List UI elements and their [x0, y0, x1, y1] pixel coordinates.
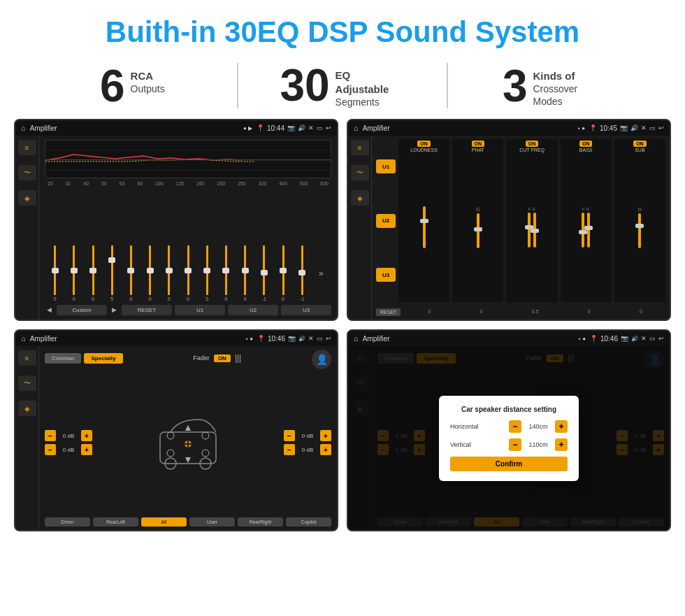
db-plus-4[interactable]: + — [320, 444, 331, 455]
stat-rca-label: RCA Outputs — [131, 64, 165, 96]
eq-slider-8[interactable]: 0 — [199, 245, 216, 301]
eq-slider-2[interactable]: 0 — [84, 245, 101, 301]
user-btn[interactable]: User — [189, 517, 235, 527]
camera-icon-2: 📷 — [620, 124, 628, 131]
specialty-tab[interactable]: Specialty — [84, 353, 122, 364]
crossover-panels: ON LOUDNESS ON PHAT — [398, 139, 665, 302]
window-icon-2: ▭ — [649, 124, 656, 131]
wave-btn-2[interactable]: 〜 — [351, 165, 369, 180]
speaker-btn[interactable]: ◈ — [18, 190, 36, 206]
fader-left-controls: − 0 dB + − 0 dB + — [45, 371, 92, 514]
db-minus-4[interactable]: − — [284, 444, 295, 455]
driver-btn[interactable]: Driver — [45, 517, 90, 527]
fader-on[interactable]: ON — [214, 354, 231, 362]
db-minus-2[interactable]: − — [45, 444, 56, 455]
stat-crossover-label: Kinds of Crossover Modes — [533, 64, 603, 108]
status-icons-1: 📍 10:44 📷 🔊 ✕ ▭ ↩ — [257, 124, 331, 132]
vertical-plus[interactable]: + — [555, 438, 568, 451]
location-icon-4: 📍 — [590, 335, 598, 342]
db-value-1: 0 dB — [59, 433, 78, 439]
rearright-btn[interactable]: RearRight — [238, 517, 283, 527]
fader-bottom-row: Driver RearLeft All User RearRight Copil… — [45, 517, 331, 527]
cutfreq-on[interactable]: ON — [526, 141, 539, 147]
eq-btn-3[interactable]: ≡ — [18, 350, 36, 366]
bass-slider-g[interactable] — [587, 213, 590, 248]
db-plus-1[interactable]: + — [81, 430, 92, 441]
phat-on[interactable]: ON — [472, 141, 485, 147]
copilot-btn[interactable]: Copilot — [286, 517, 331, 527]
loudness-on[interactable]: ON — [417, 141, 431, 147]
eq-slider-14[interactable]: » — [312, 245, 330, 301]
home-icon[interactable]: ⌂ — [21, 124, 26, 132]
horizontal-plus[interactable]: + — [555, 420, 568, 433]
eq-slider-7[interactable]: 0 — [179, 245, 196, 301]
eq-slider-5[interactable]: 0 — [141, 245, 159, 301]
db-plus-2[interactable]: + — [81, 444, 92, 455]
eq-slider-0[interactable]: 0 — [46, 245, 64, 301]
custom-btn[interactable]: Custom — [57, 305, 107, 315]
bass-slider-f[interactable] — [582, 213, 584, 248]
eq-slider-11[interactable]: -1 — [255, 245, 273, 301]
eq-slider-10[interactable]: 0 — [236, 245, 254, 301]
common-tab[interactable]: Common — [45, 353, 81, 364]
vertical-label: Vertical — [450, 441, 471, 448]
dot-icon-4: ▪ ● — [579, 336, 586, 342]
u3-btn[interactable]: U3 — [376, 268, 396, 282]
vertical-minus[interactable]: − — [509, 438, 521, 451]
eq-slider-9[interactable]: 0 — [217, 245, 235, 301]
time-3: 10:46 — [268, 335, 285, 343]
loudness-slider[interactable] — [423, 206, 426, 248]
home-icon-4[interactable]: ⌂ — [354, 334, 359, 343]
cutfreq-slider-g[interactable] — [533, 213, 536, 248]
confirm-button[interactable]: Confirm — [450, 457, 568, 471]
db-minus-3[interactable]: − — [284, 430, 295, 441]
back-icon-3: ↩ — [326, 335, 331, 342]
db-minus-1[interactable]: − — [45, 430, 56, 441]
rearleft-btn[interactable]: RearLeft — [93, 517, 138, 527]
db-plus-3[interactable]: + — [320, 430, 331, 441]
home-icon-2[interactable]: ⌂ — [354, 124, 359, 132]
phat-slider[interactable] — [477, 213, 480, 248]
left-sidebar-3: ≡ 〜 ◈ — [15, 346, 39, 530]
volume-icon-4: 🔊 — [631, 336, 638, 342]
reset-btn-2[interactable]: RESET — [376, 308, 401, 316]
svg-marker-13 — [185, 425, 191, 431]
u2-btn[interactable]: U2 — [376, 214, 396, 228]
bass-on[interactable]: ON — [579, 141, 593, 147]
eq-slider-12[interactable]: 0 — [274, 245, 291, 301]
db-control-4: − 0 dB + — [284, 444, 331, 455]
eq-slider-6[interactable]: 0 — [160, 245, 178, 301]
wave-btn-3[interactable]: 〜 — [18, 375, 36, 391]
fader-header: Fader ON ||| — [193, 353, 241, 363]
eq-slider-13[interactable]: -1 — [294, 245, 311, 301]
svg-marker-14 — [185, 457, 191, 463]
u1-btn[interactable]: U1 — [376, 159, 396, 173]
sub-on[interactable]: ON — [633, 141, 647, 147]
eq-slider-4[interactable]: 0 — [122, 245, 140, 301]
horizontal-minus[interactable]: − — [509, 420, 521, 433]
eq-btn-2[interactable]: ≡ — [351, 140, 369, 155]
speaker-btn-2[interactable]: ◈ — [351, 190, 369, 206]
home-icon-3[interactable]: ⌂ — [21, 334, 26, 343]
u3-btn-1[interactable]: U3 — [281, 305, 331, 315]
reset-btn-1[interactable]: RESET — [122, 305, 172, 315]
eq-slider-1[interactable]: 0 — [65, 245, 82, 301]
status-bar-1: ⌂ Amplifier ● ▶ 📍 10:44 📷 🔊 ✕ ▭ ↩ — [15, 120, 337, 136]
next-arrow[interactable]: ▶ — [110, 304, 119, 315]
close-icon-2: ✕ — [641, 124, 647, 131]
u2-btn-1[interactable]: U2 — [228, 305, 278, 315]
eq-main: 2532405063 80100125160200 25032040050063… — [39, 136, 337, 320]
wave-btn[interactable]: 〜 — [18, 165, 36, 180]
eq-btn[interactable]: ≡ — [18, 140, 36, 155]
db-control-1: − 0 dB + — [45, 430, 92, 441]
stat-rca-number: 6 — [100, 64, 125, 108]
status-bar-4: ⌂ Amplifier ▪ ● 📍 10:46 📷 🔊 ✕ ▭ ↩ — [348, 331, 670, 346]
car-diagram — [96, 371, 280, 514]
u1-btn-1[interactable]: U1 — [175, 305, 225, 315]
prev-arrow[interactable]: ◀ — [45, 304, 54, 315]
eq-slider-3[interactable]: 5 — [103, 245, 121, 301]
speaker-btn-3[interactable]: ◈ — [18, 401, 36, 416]
all-btn[interactable]: All — [141, 517, 187, 527]
sub-slider[interactable] — [638, 213, 641, 248]
user-icon-3[interactable]: 👤 — [312, 350, 331, 369]
